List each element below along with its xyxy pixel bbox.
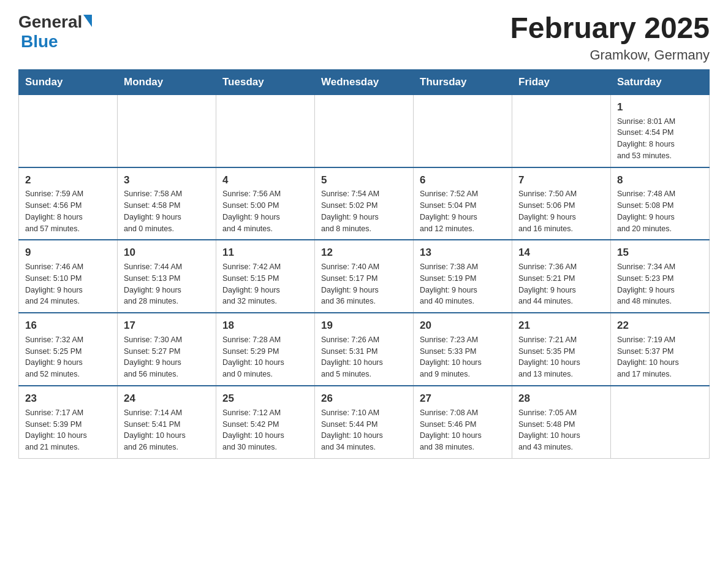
calendar-cell: 17Sunrise: 7:30 AM Sunset: 5:27 PM Dayli… (118, 313, 216, 386)
day-info: Sunrise: 7:48 AM Sunset: 5:08 PM Dayligh… (617, 188, 703, 234)
day-info: Sunrise: 7:38 AM Sunset: 5:19 PM Dayligh… (420, 261, 506, 307)
calendar-cell (315, 94, 414, 167)
day-info: Sunrise: 7:05 AM Sunset: 5:48 PM Dayligh… (518, 407, 604, 453)
calendar-cell: 25Sunrise: 7:12 AM Sunset: 5:42 PM Dayli… (216, 386, 315, 458)
calendar-table: SundayMondayTuesdayWednesdayThursdayFrid… (18, 69, 710, 459)
day-info: Sunrise: 7:26 AM Sunset: 5:31 PM Dayligh… (321, 334, 407, 380)
calendar-cell: 16Sunrise: 7:32 AM Sunset: 5:25 PM Dayli… (19, 313, 118, 386)
calendar-cell: 11Sunrise: 7:42 AM Sunset: 5:15 PM Dayli… (216, 240, 315, 313)
day-info: Sunrise: 7:23 AM Sunset: 5:33 PM Dayligh… (420, 334, 506, 380)
calendar-cell (118, 94, 216, 167)
day-number: 7 (518, 173, 604, 188)
calendar-cell: 27Sunrise: 7:08 AM Sunset: 5:46 PM Dayli… (414, 386, 512, 458)
calendar-cell: 9Sunrise: 7:46 AM Sunset: 5:10 PM Daylig… (19, 240, 118, 313)
calendar-cell: 14Sunrise: 7:36 AM Sunset: 5:21 PM Dayli… (512, 240, 611, 313)
day-info: Sunrise: 7:52 AM Sunset: 5:04 PM Dayligh… (420, 188, 506, 234)
calendar-cell: 18Sunrise: 7:28 AM Sunset: 5:29 PM Dayli… (216, 313, 315, 386)
day-number: 25 (222, 391, 308, 406)
day-info: Sunrise: 8:01 AM Sunset: 4:54 PM Dayligh… (617, 116, 703, 162)
day-number: 20 (420, 318, 506, 333)
weekday-header-monday: Monday (118, 69, 216, 94)
day-info: Sunrise: 7:54 AM Sunset: 5:02 PM Dayligh… (321, 188, 407, 234)
calendar-week-row: 16Sunrise: 7:32 AM Sunset: 5:25 PM Dayli… (19, 313, 710, 386)
day-number: 23 (25, 391, 111, 406)
title-block: February 2025 Gramkow, Germany (510, 12, 710, 63)
calendar-cell: 21Sunrise: 7:21 AM Sunset: 5:35 PM Dayli… (512, 313, 611, 386)
day-number: 6 (420, 173, 506, 188)
day-number: 5 (321, 173, 407, 188)
day-info: Sunrise: 7:08 AM Sunset: 5:46 PM Dayligh… (420, 407, 506, 453)
day-info: Sunrise: 7:32 AM Sunset: 5:25 PM Dayligh… (25, 334, 111, 380)
day-number: 24 (124, 391, 210, 406)
day-info: Sunrise: 7:59 AM Sunset: 4:56 PM Dayligh… (25, 188, 111, 234)
weekday-header-wednesday: Wednesday (315, 69, 414, 94)
day-info: Sunrise: 7:36 AM Sunset: 5:21 PM Dayligh… (518, 261, 604, 307)
day-info: Sunrise: 7:44 AM Sunset: 5:13 PM Dayligh… (124, 261, 210, 307)
calendar-cell: 23Sunrise: 7:17 AM Sunset: 5:39 PM Dayli… (19, 386, 118, 458)
calendar-cell (512, 94, 611, 167)
day-number: 22 (617, 318, 703, 333)
logo-general-text: General (18, 12, 82, 32)
day-info: Sunrise: 7:42 AM Sunset: 5:15 PM Dayligh… (222, 261, 308, 307)
calendar-cell: 8Sunrise: 7:48 AM Sunset: 5:08 PM Daylig… (611, 167, 710, 240)
calendar-cell: 3Sunrise: 7:58 AM Sunset: 4:58 PM Daylig… (118, 167, 216, 240)
day-number: 4 (222, 173, 308, 188)
calendar-cell: 15Sunrise: 7:34 AM Sunset: 5:23 PM Dayli… (611, 240, 710, 313)
calendar-cell: 10Sunrise: 7:44 AM Sunset: 5:13 PM Dayli… (118, 240, 216, 313)
day-info: Sunrise: 7:46 AM Sunset: 5:10 PM Dayligh… (25, 261, 111, 307)
day-info: Sunrise: 7:34 AM Sunset: 5:23 PM Dayligh… (617, 261, 703, 307)
calendar-cell: 22Sunrise: 7:19 AM Sunset: 5:37 PM Dayli… (611, 313, 710, 386)
calendar-week-row: 23Sunrise: 7:17 AM Sunset: 5:39 PM Dayli… (19, 386, 710, 458)
calendar-cell: 28Sunrise: 7:05 AM Sunset: 5:48 PM Dayli… (512, 386, 611, 458)
weekday-header-friday: Friday (512, 69, 611, 94)
logo: General Blue (18, 12, 92, 52)
calendar-cell: 1Sunrise: 8:01 AM Sunset: 4:54 PM Daylig… (611, 94, 710, 167)
calendar-week-row: 1Sunrise: 8:01 AM Sunset: 4:54 PM Daylig… (19, 94, 710, 167)
calendar-cell: 19Sunrise: 7:26 AM Sunset: 5:31 PM Dayli… (315, 313, 414, 386)
calendar-cell (19, 94, 118, 167)
calendar-cell: 12Sunrise: 7:40 AM Sunset: 5:17 PM Dayli… (315, 240, 414, 313)
calendar-cell (611, 386, 710, 458)
day-info: Sunrise: 7:12 AM Sunset: 5:42 PM Dayligh… (222, 407, 308, 453)
day-number: 28 (518, 391, 604, 406)
logo-triangle-icon (83, 15, 92, 27)
day-number: 14 (518, 245, 604, 260)
day-info: Sunrise: 7:50 AM Sunset: 5:06 PM Dayligh… (518, 188, 604, 234)
calendar-week-row: 9Sunrise: 7:46 AM Sunset: 5:10 PM Daylig… (19, 240, 710, 313)
calendar-cell: 13Sunrise: 7:38 AM Sunset: 5:19 PM Dayli… (414, 240, 512, 313)
calendar-cell (216, 94, 315, 167)
day-number: 2 (25, 173, 111, 188)
calendar-header-row: SundayMondayTuesdayWednesdayThursdayFrid… (19, 69, 710, 94)
day-number: 16 (25, 318, 111, 333)
calendar-cell: 4Sunrise: 7:56 AM Sunset: 5:00 PM Daylig… (216, 167, 315, 240)
day-number: 3 (124, 173, 210, 188)
day-number: 12 (321, 245, 407, 260)
day-number: 8 (617, 173, 703, 188)
logo-blue-text: Blue (21, 32, 58, 51)
day-number: 10 (124, 245, 210, 260)
calendar-cell: 2Sunrise: 7:59 AM Sunset: 4:56 PM Daylig… (19, 167, 118, 240)
day-number: 13 (420, 245, 506, 260)
day-info: Sunrise: 7:17 AM Sunset: 5:39 PM Dayligh… (25, 407, 111, 453)
day-info: Sunrise: 7:58 AM Sunset: 4:58 PM Dayligh… (124, 188, 210, 234)
day-info: Sunrise: 7:40 AM Sunset: 5:17 PM Dayligh… (321, 261, 407, 307)
calendar-cell: 20Sunrise: 7:23 AM Sunset: 5:33 PM Dayli… (414, 313, 512, 386)
day-number: 19 (321, 318, 407, 333)
page-header: General Blue February 2025 Gramkow, Germ… (18, 12, 710, 63)
calendar-cell: 26Sunrise: 7:10 AM Sunset: 5:44 PM Dayli… (315, 386, 414, 458)
day-number: 17 (124, 318, 210, 333)
day-info: Sunrise: 7:28 AM Sunset: 5:29 PM Dayligh… (222, 334, 308, 380)
day-info: Sunrise: 7:56 AM Sunset: 5:00 PM Dayligh… (222, 188, 308, 234)
calendar-cell (414, 94, 512, 167)
day-info: Sunrise: 7:14 AM Sunset: 5:41 PM Dayligh… (124, 407, 210, 453)
weekday-header-saturday: Saturday (611, 69, 710, 94)
day-number: 18 (222, 318, 308, 333)
day-number: 26 (321, 391, 407, 406)
day-number: 9 (25, 245, 111, 260)
day-info: Sunrise: 7:30 AM Sunset: 5:27 PM Dayligh… (124, 334, 210, 380)
calendar-cell: 24Sunrise: 7:14 AM Sunset: 5:41 PM Dayli… (118, 386, 216, 458)
weekday-header-tuesday: Tuesday (216, 69, 315, 94)
weekday-header-thursday: Thursday (414, 69, 512, 94)
day-info: Sunrise: 7:21 AM Sunset: 5:35 PM Dayligh… (518, 334, 604, 380)
page-title: February 2025 (510, 12, 710, 45)
